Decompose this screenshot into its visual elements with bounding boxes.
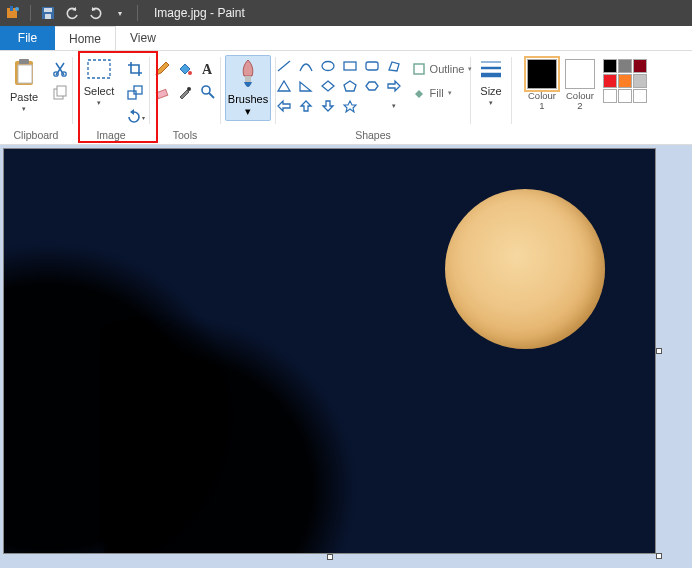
- ribbon: Paste ▾ Clipboard Select ▾ ▾ Image: [0, 51, 692, 145]
- right-triangle-shape-icon[interactable]: [296, 77, 316, 95]
- copy-icon[interactable]: [50, 83, 70, 103]
- triangle-shape-icon[interactable]: [274, 77, 294, 95]
- shapes-gallery[interactable]: ▾: [274, 55, 404, 115]
- colour-2[interactable]: Colour 2: [565, 59, 595, 111]
- resize-icon[interactable]: [125, 83, 145, 103]
- arrow-right-shape-icon[interactable]: [384, 77, 404, 95]
- colour-picker-icon[interactable]: [175, 82, 195, 102]
- crop-icon[interactable]: [125, 59, 145, 79]
- svg-rect-1: [10, 6, 13, 11]
- palette-swatch[interactable]: [633, 89, 647, 103]
- fill-icon[interactable]: [175, 59, 195, 79]
- clipboard-group: Paste ▾ Clipboard: [0, 51, 72, 144]
- size-group: Size ▾: [471, 51, 511, 144]
- palette-swatch[interactable]: [618, 89, 632, 103]
- select-button[interactable]: Select ▾: [77, 55, 121, 107]
- image-group: Select ▾ ▾ Image: [73, 51, 149, 144]
- hexagon-shape-icon[interactable]: [362, 77, 382, 95]
- svg-rect-18: [156, 89, 167, 98]
- arrow-up-shape-icon[interactable]: [296, 97, 316, 115]
- line-shape-icon[interactable]: [274, 57, 294, 75]
- title-bar: ▾ Image.jpg - Paint: [0, 0, 692, 26]
- polygon-shape-icon[interactable]: [384, 57, 404, 75]
- diamond-shape-icon[interactable]: [318, 77, 338, 95]
- svg-text:A: A: [202, 62, 213, 77]
- svg-rect-24: [366, 62, 378, 70]
- size-button[interactable]: Size ▾: [474, 55, 508, 107]
- colour-palette[interactable]: [603, 59, 647, 103]
- brushes-group: Brushes ▾: [221, 51, 275, 144]
- more-shapes-dropdown[interactable]: ▾: [384, 97, 404, 115]
- resize-handle[interactable]: [656, 348, 662, 354]
- svg-rect-21: [245, 76, 251, 82]
- tools-group: A Tools: [150, 51, 220, 144]
- palette-swatch[interactable]: [633, 74, 647, 88]
- resize-handle[interactable]: [656, 553, 662, 559]
- home-tab[interactable]: Home: [55, 26, 116, 50]
- save-icon[interactable]: [39, 4, 57, 22]
- pentagon-shape-icon[interactable]: [340, 77, 360, 95]
- arrow-left-shape-icon[interactable]: [274, 97, 294, 115]
- outline-combo[interactable]: Outline▾: [412, 59, 473, 79]
- rectangle-shape-icon[interactable]: [340, 57, 360, 75]
- pencil-icon[interactable]: [152, 59, 172, 79]
- separator: [137, 5, 138, 21]
- svg-rect-7: [18, 65, 32, 83]
- image-content: [445, 189, 605, 349]
- svg-point-2: [15, 7, 19, 11]
- svg-point-16: [188, 71, 192, 75]
- palette-swatch[interactable]: [603, 74, 617, 88]
- text-icon[interactable]: A: [198, 59, 218, 79]
- svg-rect-14: [128, 91, 136, 99]
- svg-rect-8: [19, 59, 29, 64]
- redo-icon[interactable]: [87, 4, 105, 22]
- palette-swatch[interactable]: [618, 59, 632, 73]
- svg-rect-12: [57, 86, 66, 96]
- rotate-icon[interactable]: ▾: [125, 107, 145, 127]
- colours-group: Colour 1 Colour 2: [512, 51, 662, 144]
- separator: [30, 5, 31, 21]
- star-shape-icon[interactable]: [340, 97, 360, 115]
- file-tab[interactable]: File: [0, 26, 55, 50]
- arrow-down-shape-icon[interactable]: [318, 97, 338, 115]
- view-tab[interactable]: View: [116, 26, 171, 50]
- canvas-image[interactable]: [4, 149, 655, 553]
- app-icon: [4, 4, 22, 22]
- svg-rect-13: [88, 60, 110, 78]
- resize-handle[interactable]: [327, 554, 333, 560]
- image-content: [104, 309, 424, 553]
- colour-1[interactable]: Colour 1: [527, 59, 557, 111]
- curve-shape-icon[interactable]: [296, 57, 316, 75]
- palette-swatch[interactable]: [633, 59, 647, 73]
- svg-rect-4: [44, 8, 52, 12]
- fill-combo[interactable]: Fill▾: [412, 83, 473, 103]
- svg-rect-5: [45, 14, 51, 19]
- svg-rect-23: [344, 62, 356, 70]
- ribbon-tabs: File Home View: [0, 26, 692, 51]
- shapes-group: ▾ Outline▾ Fill▾ Shapes: [276, 51, 470, 144]
- svg-point-20: [202, 86, 210, 94]
- palette-swatch[interactable]: [603, 89, 617, 103]
- magnifier-icon[interactable]: [198, 82, 218, 102]
- rounded-rect-shape-icon[interactable]: [362, 57, 382, 75]
- svg-point-22: [322, 62, 334, 71]
- window-title: Image.jpg - Paint: [154, 6, 245, 20]
- paste-button[interactable]: Paste ▾: [2, 55, 46, 113]
- undo-icon[interactable]: [63, 4, 81, 22]
- customize-qat-dropdown[interactable]: ▾: [111, 4, 129, 22]
- cut-icon[interactable]: [50, 59, 70, 79]
- palette-swatch[interactable]: [603, 59, 617, 73]
- svg-rect-25: [414, 64, 424, 74]
- eraser-icon[interactable]: [152, 82, 172, 102]
- oval-shape-icon[interactable]: [318, 57, 338, 75]
- palette-swatch[interactable]: [618, 74, 632, 88]
- brushes-button[interactable]: Brushes ▾: [225, 55, 271, 121]
- svg-point-19: [187, 87, 191, 91]
- svg-rect-15: [134, 86, 142, 94]
- canvas-area[interactable]: [0, 145, 692, 568]
